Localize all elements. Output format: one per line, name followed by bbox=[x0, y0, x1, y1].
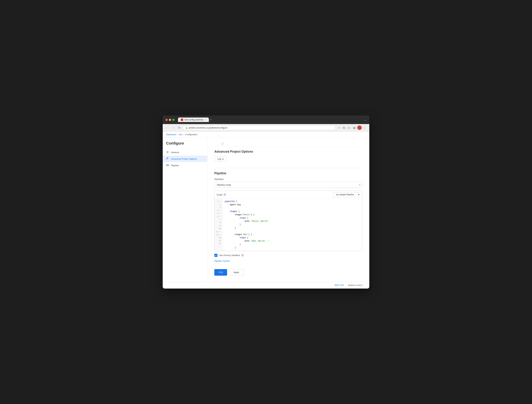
sidebar-general-label: General bbox=[171, 151, 179, 154]
sidebar-item-pipeline[interactable]: Pipeline bbox=[163, 162, 207, 169]
sidebar-advanced-label: Advanced Project Options bbox=[171, 158, 197, 160]
pipeline-section-title: Pipeline bbox=[214, 171, 362, 175]
chevron-down-icon: ▾ bbox=[222, 158, 224, 160]
footer: REST API Jenkins 2.414.3 bbox=[163, 282, 369, 289]
groovy-sandbox-row: Use Groovy Sandbox ? bbox=[214, 254, 362, 257]
nav-actions: ☆ ⧉ ▭ ▤ ⋮ bbox=[337, 126, 367, 130]
sidebar-item-advanced-project-options[interactable]: Advanced Project Options bbox=[163, 156, 207, 162]
window-controls bbox=[166, 119, 175, 121]
profile-button[interactable] bbox=[357, 126, 362, 130]
line-num-10: 10 bbox=[216, 227, 221, 230]
partial-indicator bbox=[221, 142, 224, 145]
gear-icon bbox=[166, 151, 169, 154]
section-divider bbox=[214, 168, 362, 168]
breadcrumb-current: Configuration bbox=[185, 133, 197, 136]
maximize-button[interactable] bbox=[172, 119, 175, 121]
line-numbers: 1 • 2 3 4 • 5 • 6 • 7 8 9 10 11 • 12 • bbox=[215, 199, 223, 251]
groovy-sandbox-text: Use Groovy Sandbox bbox=[219, 254, 240, 257]
advanced-button-label: 고급 bbox=[217, 158, 221, 161]
script-container: Script ? try sample Pipeline... 1 • 2 3 … bbox=[214, 191, 362, 251]
line-num-13: 13 bbox=[216, 236, 221, 239]
line-num-3: 3 bbox=[216, 206, 221, 209]
script-label-text: Script bbox=[217, 193, 222, 196]
minimize-button[interactable] bbox=[169, 119, 171, 121]
definition-label: Definition bbox=[214, 178, 362, 181]
line-num-4: 4 • bbox=[216, 209, 221, 212]
line-num-11: 11 • bbox=[216, 230, 221, 233]
new-tab-button[interactable]: + bbox=[210, 118, 212, 122]
nav-bar: ← → ↻ 🔒 jenkins.zerohertz.xyz/job/test/c… bbox=[163, 124, 369, 132]
jenkins-version: Jenkins 2.414.3 bbox=[348, 284, 362, 286]
sidebar-title: Configure bbox=[163, 141, 207, 149]
breadcrumb-sep-2: › bbox=[183, 133, 184, 136]
groovy-sandbox-help-icon[interactable]: ? bbox=[241, 254, 244, 257]
sidebar-item-general[interactable]: General bbox=[163, 149, 207, 156]
breadcrumb-test[interactable]: test bbox=[179, 133, 182, 136]
back-button[interactable]: ← bbox=[165, 126, 170, 130]
more-menu-icon[interactable]: ⋮ bbox=[362, 126, 367, 130]
line-num-15: 15 bbox=[216, 242, 221, 245]
groovy-sandbox-label: Use Groovy Sandbox ? bbox=[219, 254, 244, 257]
line-num-14: 14 bbox=[216, 239, 221, 242]
script-label-group: Script ? bbox=[217, 193, 226, 196]
content-area: Advanced Project Options 고급 ▾ Pipeline D… bbox=[207, 138, 369, 282]
tab-close-icon[interactable]: ✕ bbox=[205, 119, 206, 121]
pipeline-syntax-link[interactable]: Pipeline Syntax bbox=[214, 260, 362, 262]
close-button[interactable] bbox=[166, 119, 168, 121]
line-num-5: 5 • bbox=[216, 212, 221, 215]
breadcrumb-dashboard[interactable]: Dashboard bbox=[166, 133, 176, 136]
save-button[interactable]: 저장 bbox=[214, 269, 227, 276]
try-sample-select[interactable]: try sample Pipeline... bbox=[334, 192, 360, 197]
bookmark-icon[interactable]: ☆ bbox=[337, 126, 341, 130]
rest-api-link[interactable]: REST API bbox=[334, 284, 344, 286]
breadcrumb-sep-1: › bbox=[177, 133, 178, 136]
main-layout: Configure General Advan bbox=[163, 138, 369, 282]
groovy-sandbox-checkbox[interactable] bbox=[214, 254, 218, 257]
pipeline-section: Pipeline Definition Pipeline script ▾ Sc… bbox=[214, 171, 362, 278]
line-num-2: 2 bbox=[216, 203, 221, 206]
line-num-8: 8 bbox=[216, 221, 221, 224]
line-num-1: 1 • bbox=[216, 200, 221, 203]
sidebar: Configure General Advan bbox=[163, 138, 207, 282]
pipeline-icon bbox=[166, 164, 169, 167]
extensions-icon[interactable]: ⧉ bbox=[342, 126, 346, 130]
definition-select[interactable]: Pipeline script bbox=[214, 182, 362, 188]
line-num-12: 12 • bbox=[216, 233, 221, 236]
action-buttons: 저장 Apply bbox=[214, 266, 362, 278]
line-num-9: 9 bbox=[216, 224, 221, 227]
tab-favicon bbox=[181, 119, 183, 121]
advanced-project-options-title: Advanced Project Options bbox=[214, 150, 362, 153]
browser-menu-icon[interactable]: ⌄ bbox=[364, 118, 366, 122]
code-content[interactable]: pipeline { agent any stages { stage('Hel… bbox=[223, 199, 362, 251]
active-tab[interactable]: test Config [Jenkins] ✕ bbox=[178, 118, 209, 122]
forward-button[interactable]: → bbox=[171, 126, 176, 130]
definition-select-wrapper: Pipeline script ▾ bbox=[214, 182, 362, 188]
sidebar-toggle-icon[interactable]: ▤ bbox=[352, 126, 357, 130]
lock-icon: 🔒 bbox=[186, 127, 188, 129]
wrench-icon bbox=[166, 157, 169, 160]
top-partial-content bbox=[214, 141, 362, 146]
address-bar[interactable]: 🔒 jenkins.zerohertz.xyz/job/test/configu… bbox=[183, 126, 335, 130]
advanced-options-button[interactable]: 고급 ▾ bbox=[214, 156, 226, 162]
script-help-icon[interactable]: ? bbox=[223, 193, 226, 196]
script-header: Script ? try sample Pipeline... bbox=[215, 191, 362, 199]
title-bar: test Config [Jenkins] ✕ + ⌄ bbox=[163, 115, 369, 124]
refresh-button[interactable]: ↻ bbox=[177, 126, 181, 130]
breadcrumb: Dashboard › test › Configuration bbox=[163, 132, 369, 138]
apply-button[interactable]: Apply bbox=[229, 269, 244, 276]
line-num-7: 7 bbox=[216, 218, 221, 221]
cast-icon[interactable]: ▭ bbox=[346, 126, 351, 130]
tab-bar: test Config [Jenkins] ✕ + bbox=[178, 118, 362, 122]
line-num-6: 6 • bbox=[216, 215, 221, 218]
sidebar-pipeline-label: Pipeline bbox=[171, 164, 179, 167]
tab-title: test Config [Jenkins] bbox=[185, 119, 203, 121]
url-text: jenkins.zerohertz.xyz/job/test/configure bbox=[189, 126, 227, 129]
advanced-project-options-section: Advanced Project Options 고급 ▾ bbox=[214, 146, 362, 164]
svg-point-0 bbox=[167, 152, 168, 153]
code-editor[interactable]: 1 • 2 3 4 • 5 • 6 • 7 8 9 10 11 • 12 • bbox=[215, 199, 362, 251]
